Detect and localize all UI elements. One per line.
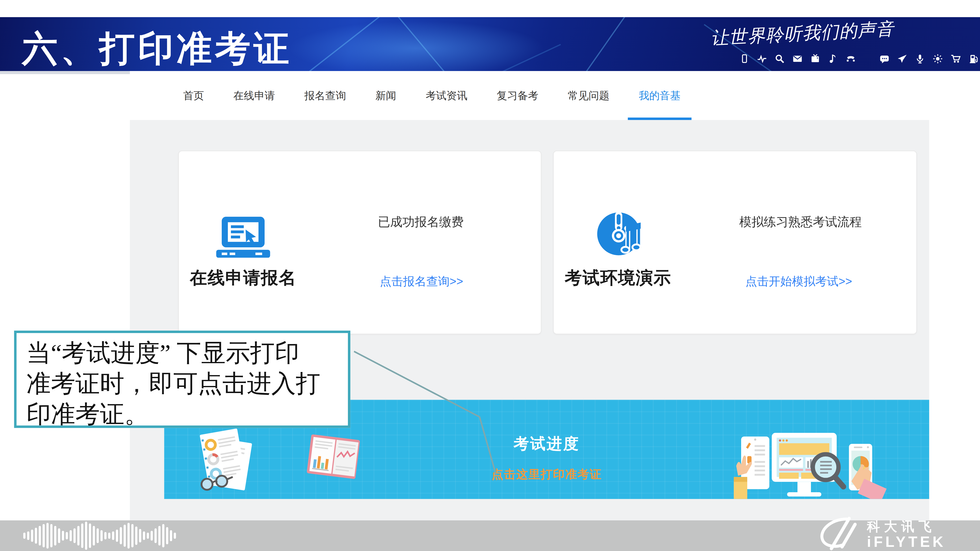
nav-item-query[interactable]: 报名查询 [304, 71, 346, 120]
online-apply-link[interactable]: 点击报名查询>> [380, 274, 463, 290]
magnifier-icon [813, 454, 843, 487]
callout-line-2: 准考证时，即可点击进入打 [27, 368, 348, 399]
phone-call-icon [846, 54, 856, 64]
plane-icon [897, 54, 907, 64]
online-apply-card[interactable]: 在线申请报名 已成功报名缴费 点击报名查询>> [178, 151, 542, 334]
nav-item-my-yinji[interactable]: 我的音基 [639, 71, 681, 120]
mail-icon [792, 54, 802, 64]
online-apply-status: 已成功报名缴费 [378, 214, 464, 230]
nav-item-home[interactable]: 首页 [183, 71, 204, 120]
iflytek-logo: 科大讯飞 iFLYTEK [815, 515, 968, 551]
nav-item-faq[interactable]: 常见问题 [568, 71, 609, 120]
tv-icon [810, 54, 820, 64]
exam-demo-desc: 模拟练习熟悉考试流程 [740, 214, 862, 230]
callout-line-1: 当“考试进度” 下显示打印 [27, 338, 348, 368]
exam-demo-card[interactable]: 考试环境演示 模拟练习熟悉考试流程 点击开始模拟考试>> [553, 151, 917, 334]
page-title: 六、打印准考证 [22, 25, 292, 71]
sun-icon [933, 54, 943, 64]
nav-item-news[interactable]: 新闻 [375, 71, 396, 120]
slide: 六、打印准考证 让世界聆听我们的声音 首页 在线申请 报名查询 新闻 考试资讯 … [0, 0, 980, 551]
waveform-logo [23, 521, 178, 551]
iflytek-swoosh-icon [822, 518, 855, 549]
devices-illustration [734, 432, 888, 499]
exam-demo-title: 考试环境演示 [560, 267, 676, 290]
banner-icon-row [740, 54, 979, 64]
callout-line-3: 印准考证。 [27, 399, 348, 430]
mobile-icon [740, 54, 749, 64]
iflytek-brand-cn: 科大讯飞 [866, 519, 935, 534]
documents-illustration [197, 427, 265, 496]
brand-slogan: 让世界聆听我们的声音 [710, 17, 974, 51]
online-apply-laptop-icon [214, 216, 273, 258]
nav-item-apply[interactable]: 在线申请 [234, 71, 275, 120]
cart-icon [951, 54, 961, 64]
title-banner-shadow [0, 71, 130, 74]
open-book-illustration [306, 433, 361, 486]
exam-demo-link[interactable]: 点击开始模拟考试>> [746, 274, 852, 290]
iflytek-brand-en: iFLYTEK [867, 534, 946, 550]
music-note-icon [828, 54, 838, 64]
online-apply-title: 在线申请报名 [185, 267, 301, 290]
waveform-bars [23, 522, 176, 550]
nav-item-exam-info[interactable]: 考试资讯 [426, 71, 468, 120]
fuel-pump-icon [969, 54, 979, 64]
exam-demo-disc-icon [589, 211, 648, 265]
title-banner: 六、打印准考证 让世界聆听我们的声音 [0, 17, 980, 71]
site-nav: 首页 在线申请 报名查询 新闻 考试资讯 复习备考 常见问题 我的音基 [130, 71, 929, 120]
microphone-icon [915, 54, 925, 64]
chat-icon [880, 54, 889, 64]
search-icon [775, 54, 785, 64]
nav-item-review[interactable]: 复习备考 [497, 71, 539, 120]
banner-glow [288, 21, 545, 71]
pulse-icon [757, 54, 767, 64]
annotation-callout: 当“考试进度” 下显示打印 准考证时，即可点击进入打 印准考证。 [14, 330, 351, 428]
